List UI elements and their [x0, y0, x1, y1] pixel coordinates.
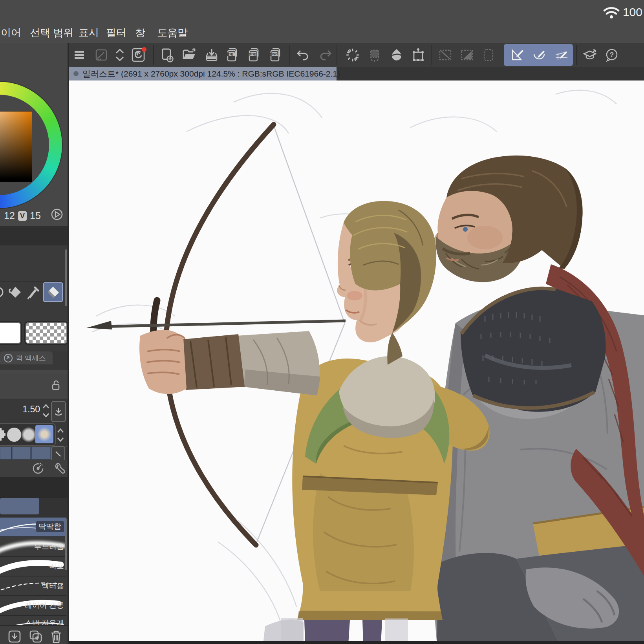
- value-mode-badge[interactable]: V: [18, 211, 27, 221]
- tutorial-icon[interactable]: [581, 46, 599, 64]
- stroke-option-3[interactable]: [31, 447, 51, 459]
- size-spinner[interactable]: [42, 402, 50, 419]
- psd-label: psd: [270, 51, 278, 56]
- export-jpg-icon[interactable]: jpg: [224, 46, 242, 64]
- svg-text:?: ?: [610, 51, 614, 59]
- rect-select-icon[interactable]: [479, 46, 498, 64]
- tip-softest-selected[interactable]: [35, 425, 53, 443]
- shear-select-icon[interactable]: [458, 46, 476, 64]
- select-again-icon[interactable]: [366, 46, 384, 64]
- menu-view[interactable]: 표시: [79, 26, 99, 40]
- tool-scrollbar[interactable]: [65, 249, 67, 306]
- deselect-icon[interactable]: [344, 46, 362, 64]
- open-file-icon[interactable]: [180, 46, 198, 64]
- tip-hard-circle[interactable]: [7, 428, 21, 442]
- sidebar-bottom-bar: [0, 625, 68, 644]
- transparent-color-swatch[interactable]: [24, 321, 68, 345]
- tip-pixel[interactable]: [0, 427, 5, 442]
- swatch-row: [0, 321, 68, 353]
- settings-row: [0, 460, 68, 477]
- brush-tip-row: [0, 423, 68, 446]
- menu-help[interactable]: 도움말: [157, 26, 188, 40]
- menu-filter[interactable]: 필터: [106, 26, 126, 40]
- battery-percent: 100: [623, 5, 642, 19]
- jpg-label: jpg: [227, 51, 234, 56]
- main-color-swatch[interactable]: [0, 321, 22, 345]
- curve-ruler-icon[interactable]: [530, 46, 548, 64]
- artwork-painting: [69, 80, 644, 644]
- quick-access-tab[interactable]: 퀵 액세스: [0, 351, 53, 364]
- save-file-icon[interactable]: [203, 46, 221, 64]
- import-download-icon[interactable]: [5, 628, 24, 644]
- menu-bar: 이어 선택 범위 표시 필터 창 도움말: [0, 24, 644, 43]
- brush-size-row: 1.50: [0, 399, 68, 423]
- panel-separator-2: [0, 477, 68, 498]
- sidebar-divider: [68, 43, 69, 644]
- panel-separator: [0, 226, 68, 245]
- brush-item-rough[interactable]: 러프: [0, 557, 66, 576]
- help-icon[interactable]: ?: [603, 46, 621, 64]
- lock-row: [0, 374, 68, 397]
- duplicate-add-icon[interactable]: [27, 628, 45, 644]
- color-history-icon[interactable]: [50, 208, 64, 221]
- tool-dimmed-icon[interactable]: [92, 46, 110, 64]
- canvas-bottom-edge: [69, 641, 644, 644]
- brush-item-layer-pierce[interactable]: 레이어 관통: [0, 596, 66, 616]
- line-select-icon[interactable]: [436, 46, 454, 64]
- brush-scrollbar[interactable]: [65, 519, 67, 570]
- wrench-icon[interactable]: [53, 462, 66, 475]
- size-preset-save-button[interactable]: [51, 401, 66, 422]
- notification-dot: [142, 47, 146, 52]
- png-label: png: [249, 51, 256, 56]
- stroke-option-2[interactable]: [12, 447, 31, 459]
- menu-select[interactable]: 선택 범위: [30, 26, 73, 40]
- export-psd-icon[interactable]: psd: [267, 46, 285, 64]
- arrow: [86, 321, 346, 329]
- status-bar: 100: [0, 0, 644, 24]
- perspective-ruler-icon[interactable]: [553, 46, 571, 64]
- eyedropper-icon[interactable]: [24, 283, 42, 301]
- quick-access-label: 퀵 액세스: [16, 353, 46, 363]
- color-value-left: 12: [4, 210, 15, 221]
- redo-icon[interactable]: [316, 46, 334, 64]
- clip-studio-logo-icon[interactable]: [129, 46, 147, 64]
- menu-layer[interactable]: 이어: [1, 26, 21, 40]
- canvas-area[interactable]: [69, 80, 644, 644]
- unlock-icon[interactable]: [50, 379, 62, 391]
- collapse-expand-icon[interactable]: [111, 46, 129, 64]
- undo-icon[interactable]: [294, 46, 312, 64]
- stroke-option-more[interactable]: [51, 446, 65, 462]
- color-value-row: 12 V 15: [0, 210, 68, 224]
- tip-spinner[interactable]: [56, 426, 65, 444]
- quick-access-row: 퀵 액세스: [0, 351, 68, 370]
- brush-item-hard[interactable]: 딱딱함: [0, 518, 66, 537]
- pressure-gauge-icon[interactable]: [31, 462, 45, 475]
- brush-size-value[interactable]: 1.50: [16, 404, 40, 415]
- eraser-icon[interactable]: [43, 282, 63, 302]
- ruler-pen-icon[interactable]: [508, 46, 526, 64]
- document-tab[interactable]: 일러스트* (2691 x 2760px 300dpi 124.5% : RGB…: [69, 67, 337, 80]
- color-value-right: 15: [30, 210, 41, 221]
- document-tab-bar: 일러스트* (2691 x 2760px 300dpi 124.5% : RGB…: [69, 67, 644, 80]
- brush-group-selected-tab[interactable]: [0, 498, 39, 514]
- saturation-value-square[interactable]: [0, 111, 32, 182]
- new-file-icon[interactable]: [158, 46, 176, 64]
- chainmail-gorget: [461, 287, 606, 412]
- brush-item-snap-eraser[interactable]: 스냅 지우개: [0, 616, 66, 625]
- export-png-icon[interactable]: png: [245, 46, 263, 64]
- hamburger-menu-icon[interactable]: [70, 46, 88, 64]
- brush-item-soft[interactable]: 부드러움: [0, 537, 66, 557]
- main-toolbar: jpg png psd ?: [69, 43, 644, 68]
- stroke-option-1[interactable]: [0, 447, 11, 459]
- quick-access-icon: [3, 353, 13, 363]
- fill-icon[interactable]: [388, 46, 406, 64]
- wifi-icon: [603, 6, 620, 19]
- fill-bucket-icon[interactable]: [6, 283, 24, 301]
- menu-window[interactable]: 창: [135, 26, 145, 40]
- trash-icon[interactable]: [47, 628, 65, 644]
- tip-soft-circle[interactable]: [21, 427, 36, 442]
- brush-group-row: [0, 498, 68, 518]
- stroke-option-row: [0, 447, 68, 460]
- brush-item-vector[interactable]: 벡터용: [0, 576, 66, 596]
- transform-icon[interactable]: [409, 46, 427, 64]
